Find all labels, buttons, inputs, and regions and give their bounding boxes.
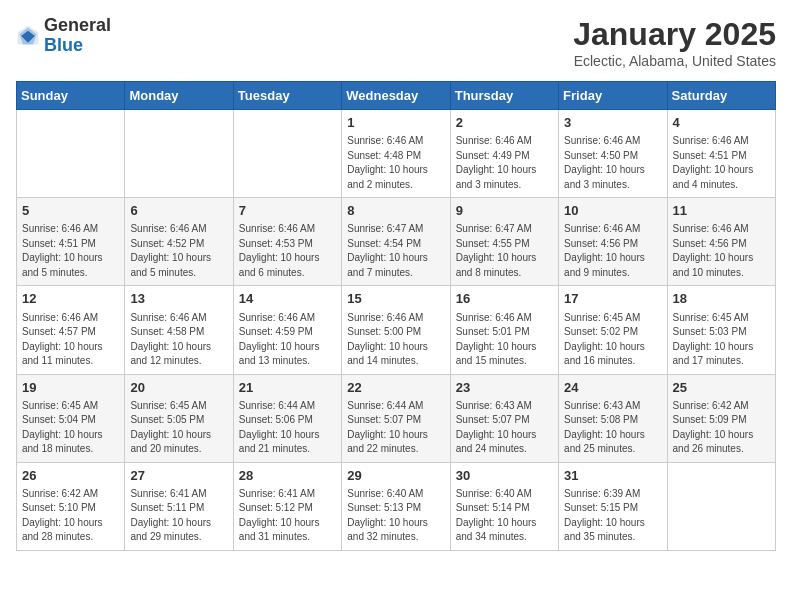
calendar-week-row: 26Sunrise: 6:42 AM Sunset: 5:10 PM Dayli… <box>17 462 776 550</box>
calendar-cell <box>17 110 125 198</box>
day-info: Sunrise: 6:46 AM Sunset: 4:52 PM Dayligh… <box>130 222 227 280</box>
day-number: 19 <box>22 379 119 397</box>
day-info: Sunrise: 6:46 AM Sunset: 5:00 PM Dayligh… <box>347 311 444 369</box>
day-number: 6 <box>130 202 227 220</box>
day-number: 15 <box>347 290 444 308</box>
day-info: Sunrise: 6:46 AM Sunset: 4:59 PM Dayligh… <box>239 311 336 369</box>
day-number: 14 <box>239 290 336 308</box>
calendar-header: SundayMondayTuesdayWednesdayThursdayFrid… <box>17 82 776 110</box>
calendar-cell: 8Sunrise: 6:47 AM Sunset: 4:54 PM Daylig… <box>342 198 450 286</box>
calendar-cell <box>125 110 233 198</box>
day-number: 7 <box>239 202 336 220</box>
day-info: Sunrise: 6:46 AM Sunset: 4:50 PM Dayligh… <box>564 134 661 192</box>
day-number: 30 <box>456 467 553 485</box>
day-info: Sunrise: 6:47 AM Sunset: 4:54 PM Dayligh… <box>347 222 444 280</box>
day-info: Sunrise: 6:46 AM Sunset: 4:58 PM Dayligh… <box>130 311 227 369</box>
calendar-cell: 25Sunrise: 6:42 AM Sunset: 5:09 PM Dayli… <box>667 374 775 462</box>
calendar-cell: 22Sunrise: 6:44 AM Sunset: 5:07 PM Dayli… <box>342 374 450 462</box>
day-number: 17 <box>564 290 661 308</box>
page-header: General Blue January 2025 Eclectic, Alab… <box>16 16 776 69</box>
day-number: 12 <box>22 290 119 308</box>
logo-general: General <box>44 15 111 35</box>
title-block: January 2025 Eclectic, Alabama, United S… <box>573 16 776 69</box>
day-number: 18 <box>673 290 770 308</box>
day-info: Sunrise: 6:40 AM Sunset: 5:14 PM Dayligh… <box>456 487 553 545</box>
weekday-header: Thursday <box>450 82 558 110</box>
day-number: 29 <box>347 467 444 485</box>
day-number: 24 <box>564 379 661 397</box>
day-info: Sunrise: 6:43 AM Sunset: 5:07 PM Dayligh… <box>456 399 553 457</box>
calendar-cell: 27Sunrise: 6:41 AM Sunset: 5:11 PM Dayli… <box>125 462 233 550</box>
day-info: Sunrise: 6:46 AM Sunset: 4:51 PM Dayligh… <box>22 222 119 280</box>
calendar-week-row: 5Sunrise: 6:46 AM Sunset: 4:51 PM Daylig… <box>17 198 776 286</box>
day-number: 3 <box>564 114 661 132</box>
day-info: Sunrise: 6:44 AM Sunset: 5:07 PM Dayligh… <box>347 399 444 457</box>
calendar-cell: 28Sunrise: 6:41 AM Sunset: 5:12 PM Dayli… <box>233 462 341 550</box>
calendar-week-row: 12Sunrise: 6:46 AM Sunset: 4:57 PM Dayli… <box>17 286 776 374</box>
calendar-cell: 30Sunrise: 6:40 AM Sunset: 5:14 PM Dayli… <box>450 462 558 550</box>
calendar-week-row: 19Sunrise: 6:45 AM Sunset: 5:04 PM Dayli… <box>17 374 776 462</box>
calendar-cell: 10Sunrise: 6:46 AM Sunset: 4:56 PM Dayli… <box>559 198 667 286</box>
calendar-cell: 29Sunrise: 6:40 AM Sunset: 5:13 PM Dayli… <box>342 462 450 550</box>
day-number: 1 <box>347 114 444 132</box>
day-info: Sunrise: 6:41 AM Sunset: 5:11 PM Dayligh… <box>130 487 227 545</box>
calendar-cell: 12Sunrise: 6:46 AM Sunset: 4:57 PM Dayli… <box>17 286 125 374</box>
weekday-header: Monday <box>125 82 233 110</box>
day-info: Sunrise: 6:42 AM Sunset: 5:09 PM Dayligh… <box>673 399 770 457</box>
calendar-cell: 21Sunrise: 6:44 AM Sunset: 5:06 PM Dayli… <box>233 374 341 462</box>
day-number: 10 <box>564 202 661 220</box>
calendar-cell: 23Sunrise: 6:43 AM Sunset: 5:07 PM Dayli… <box>450 374 558 462</box>
calendar-cell <box>667 462 775 550</box>
day-info: Sunrise: 6:46 AM Sunset: 4:51 PM Dayligh… <box>673 134 770 192</box>
calendar-cell: 15Sunrise: 6:46 AM Sunset: 5:00 PM Dayli… <box>342 286 450 374</box>
weekday-header: Saturday <box>667 82 775 110</box>
day-number: 31 <box>564 467 661 485</box>
day-info: Sunrise: 6:45 AM Sunset: 5:03 PM Dayligh… <box>673 311 770 369</box>
calendar-body: 1Sunrise: 6:46 AM Sunset: 4:48 PM Daylig… <box>17 110 776 551</box>
calendar-cell: 13Sunrise: 6:46 AM Sunset: 4:58 PM Dayli… <box>125 286 233 374</box>
calendar-cell: 3Sunrise: 6:46 AM Sunset: 4:50 PM Daylig… <box>559 110 667 198</box>
day-info: Sunrise: 6:46 AM Sunset: 4:56 PM Dayligh… <box>564 222 661 280</box>
weekday-header: Tuesday <box>233 82 341 110</box>
weekday-header: Friday <box>559 82 667 110</box>
day-number: 26 <box>22 467 119 485</box>
calendar-cell: 16Sunrise: 6:46 AM Sunset: 5:01 PM Dayli… <box>450 286 558 374</box>
day-info: Sunrise: 6:45 AM Sunset: 5:02 PM Dayligh… <box>564 311 661 369</box>
calendar-cell: 20Sunrise: 6:45 AM Sunset: 5:05 PM Dayli… <box>125 374 233 462</box>
calendar-cell: 17Sunrise: 6:45 AM Sunset: 5:02 PM Dayli… <box>559 286 667 374</box>
day-number: 23 <box>456 379 553 397</box>
logo-blue: Blue <box>44 35 83 55</box>
calendar-cell: 2Sunrise: 6:46 AM Sunset: 4:49 PM Daylig… <box>450 110 558 198</box>
day-info: Sunrise: 6:41 AM Sunset: 5:12 PM Dayligh… <box>239 487 336 545</box>
day-info: Sunrise: 6:46 AM Sunset: 4:57 PM Dayligh… <box>22 311 119 369</box>
day-number: 13 <box>130 290 227 308</box>
location: Eclectic, Alabama, United States <box>573 53 776 69</box>
weekday-row: SundayMondayTuesdayWednesdayThursdayFrid… <box>17 82 776 110</box>
day-info: Sunrise: 6:45 AM Sunset: 5:05 PM Dayligh… <box>130 399 227 457</box>
calendar-cell: 24Sunrise: 6:43 AM Sunset: 5:08 PM Dayli… <box>559 374 667 462</box>
day-number: 21 <box>239 379 336 397</box>
calendar-cell: 31Sunrise: 6:39 AM Sunset: 5:15 PM Dayli… <box>559 462 667 550</box>
day-number: 11 <box>673 202 770 220</box>
calendar-cell: 5Sunrise: 6:46 AM Sunset: 4:51 PM Daylig… <box>17 198 125 286</box>
day-info: Sunrise: 6:46 AM Sunset: 5:01 PM Dayligh… <box>456 311 553 369</box>
day-info: Sunrise: 6:47 AM Sunset: 4:55 PM Dayligh… <box>456 222 553 280</box>
calendar-cell: 14Sunrise: 6:46 AM Sunset: 4:59 PM Dayli… <box>233 286 341 374</box>
day-number: 2 <box>456 114 553 132</box>
weekday-header: Wednesday <box>342 82 450 110</box>
day-number: 27 <box>130 467 227 485</box>
day-number: 8 <box>347 202 444 220</box>
day-info: Sunrise: 6:46 AM Sunset: 4:56 PM Dayligh… <box>673 222 770 280</box>
day-info: Sunrise: 6:46 AM Sunset: 4:48 PM Dayligh… <box>347 134 444 192</box>
calendar-cell: 4Sunrise: 6:46 AM Sunset: 4:51 PM Daylig… <box>667 110 775 198</box>
day-info: Sunrise: 6:43 AM Sunset: 5:08 PM Dayligh… <box>564 399 661 457</box>
day-number: 28 <box>239 467 336 485</box>
day-number: 5 <box>22 202 119 220</box>
logo-icon <box>16 24 40 48</box>
calendar-cell: 19Sunrise: 6:45 AM Sunset: 5:04 PM Dayli… <box>17 374 125 462</box>
logo: General Blue <box>16 16 111 56</box>
calendar: SundayMondayTuesdayWednesdayThursdayFrid… <box>16 81 776 551</box>
day-number: 20 <box>130 379 227 397</box>
calendar-cell <box>233 110 341 198</box>
day-info: Sunrise: 6:39 AM Sunset: 5:15 PM Dayligh… <box>564 487 661 545</box>
